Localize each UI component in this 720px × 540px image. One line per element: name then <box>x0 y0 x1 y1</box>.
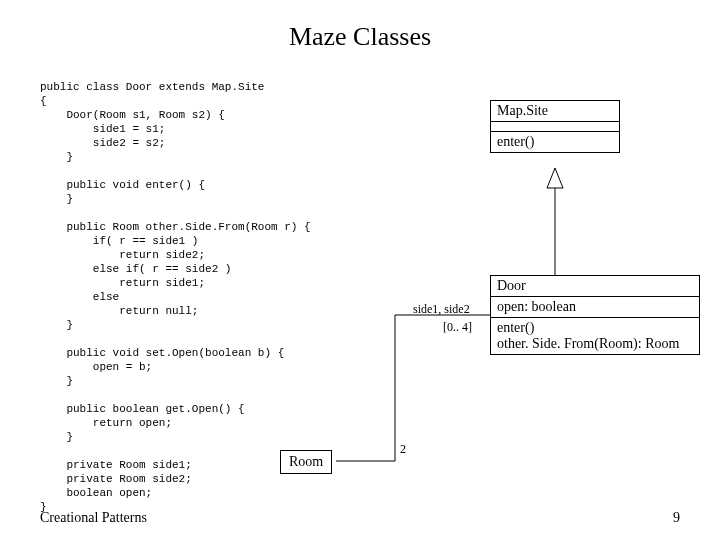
uml-class-name: Map.Site <box>491 101 619 121</box>
uml-class-door: Door open: boolean enter() other. Side. … <box>490 275 700 355</box>
uml-op: enter() <box>491 131 619 152</box>
uml-class-name: Door <box>491 276 699 296</box>
uml-op: other. Side. From(Room): Room <box>497 336 693 352</box>
page-title: Maze Classes <box>0 22 720 52</box>
assoc-role-label: side1, side2 <box>413 302 470 317</box>
uml-ops-section: enter() other. Side. From(Room): Room <box>491 317 699 354</box>
uml-class-mapsite: Map.Site enter() <box>490 100 620 153</box>
assoc-multiplicity-room: 2 <box>400 442 406 457</box>
uml-attr-section <box>491 121 619 131</box>
uml-attr: open: boolean <box>491 296 699 317</box>
uml-class-room: Room <box>280 450 332 474</box>
page-number: 9 <box>673 510 680 526</box>
svg-marker-1 <box>547 168 563 188</box>
footer-topic: Creational Patterns <box>40 510 147 526</box>
assoc-multiplicity-door: [0.. 4] <box>443 320 472 335</box>
java-source-code: public class Door extends Map.Site { Doo… <box>40 80 311 514</box>
uml-op: enter() <box>497 320 693 336</box>
